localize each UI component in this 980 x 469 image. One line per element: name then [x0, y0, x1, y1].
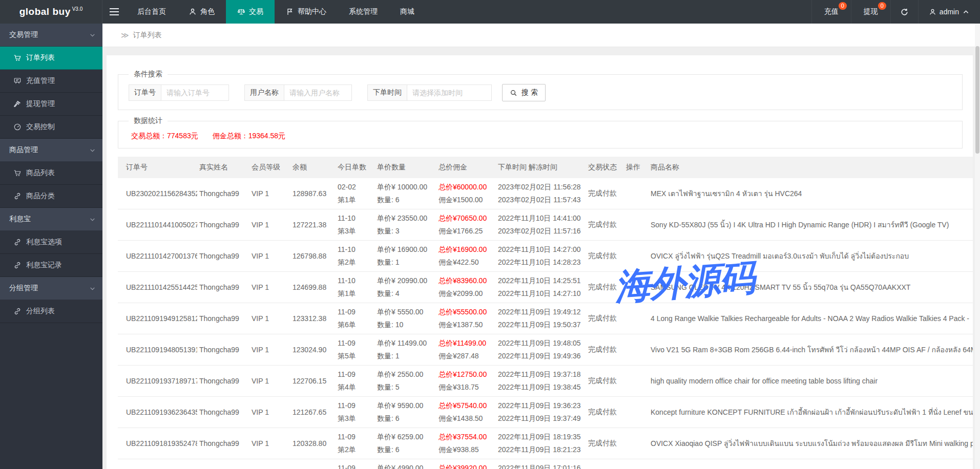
- cell-unit-price-qty: 单价¥ 5550.00 数量: 10: [375, 303, 436, 334]
- cell-order-no: UB2211091936236435: [118, 397, 197, 428]
- order-time-field-label: 下单时间: [367, 84, 407, 101]
- nav-item-help-center[interactable]: 帮助中心: [275, 0, 338, 24]
- link-icon: [13, 261, 22, 269]
- withdraw-badge: 0: [878, 2, 886, 10]
- search-panel: 条件搜索 订单号 用户名称 下单时间 搜 索: [118, 70, 963, 110]
- nav-item-trade[interactable]: 交易: [226, 0, 275, 24]
- hamburger-menu-icon[interactable]: [102, 0, 126, 24]
- nav-item-mall[interactable]: 商城: [389, 0, 426, 24]
- unfreeze-time: 2022年11月09日 19:50:37: [498, 318, 584, 331]
- sidebar-item-interest-records[interactable]: 利息宝记录: [0, 254, 102, 277]
- main-content: ≫ 订单列表 条件搜索 订单号 用户名称 下单时间: [102, 24, 980, 469]
- total-price: 总价¥55500.00: [439, 306, 494, 318]
- cell-product-name: OVICX Xiaoqiao QISP ลู่วิ่งไฟฟ้าแบบเดินแ…: [649, 428, 973, 459]
- col-product-name: 商品名称: [649, 157, 973, 178]
- order-no-input[interactable]: [161, 84, 229, 101]
- nav-item-roles[interactable]: 角色: [177, 0, 226, 24]
- sidebar-item-withdraw-management[interactable]: 提现管理: [0, 93, 102, 116]
- cell-action: [624, 209, 649, 241]
- col-real-name: 真实姓名: [197, 157, 249, 178]
- order-day: 11-09: [338, 337, 373, 350]
- cell-real-name: Thongcha99: [197, 459, 249, 469]
- sidebar-group-product-management[interactable]: 商品管理: [0, 139, 102, 162]
- table-row: UB2211091936236435 Thongcha99 VIP 1 1212…: [118, 397, 973, 428]
- cell-status: 完成付款: [586, 272, 624, 303]
- nav-item-system[interactable]: 系统管理: [338, 0, 389, 24]
- quantity: 数量: 1: [377, 350, 434, 363]
- cell-real-name: Thongcha99: [197, 303, 249, 334]
- sidebar-group-interest-treasure[interactable]: 利息宝: [0, 208, 102, 231]
- cell-total-commission: 总价¥83960.00 佣金¥2099.00: [436, 272, 496, 303]
- col-unit-price-qty: 单价数量: [375, 157, 436, 178]
- cell-action: [624, 334, 649, 366]
- stats-row: 交易总额：774583元 佣金总额：19364.58元: [118, 125, 962, 148]
- withdraw-button[interactable]: 提现 0: [851, 0, 890, 24]
- chevron-down-icon: [89, 216, 96, 223]
- sidebar-group-grouping-management[interactable]: 分组管理: [0, 277, 102, 300]
- sidebar-item-recharge-management[interactable]: 充值管理: [0, 70, 102, 93]
- top-nav: 后台首页 角色 交易 帮助中心 系统管理 商城: [126, 0, 426, 24]
- gavel-icon: [13, 100, 22, 108]
- unfreeze-time: 2022年11月09日 19:38:45: [498, 381, 584, 394]
- col-total-commission: 总价佣金: [436, 157, 496, 178]
- order-seq: 第6单: [338, 318, 373, 331]
- username: admin: [940, 8, 959, 16]
- cell-action: [624, 272, 649, 303]
- cell-vip-level: VIP 1: [249, 209, 290, 241]
- sidebar-item-order-list[interactable]: 订单列表: [0, 47, 102, 70]
- cell-balance: 120328.80: [290, 428, 336, 459]
- cell-vip-level: VIP 1: [249, 178, 290, 209]
- user-menu[interactable]: admin: [918, 0, 980, 24]
- orders-table-body: UB2302021156284352 Thongcha99 VIP 1 1289…: [118, 178, 973, 469]
- cell-balance: 127221.38: [290, 209, 336, 241]
- cell-vip-level: VIP 1: [249, 366, 290, 397]
- col-order-no: 订单号: [118, 157, 197, 178]
- refresh-icon[interactable]: [890, 0, 918, 24]
- order-day: 11-09: [338, 431, 373, 443]
- order-day: 11-09: [338, 306, 373, 318]
- table-row: UB2211101441005027 Thongcha99 VIP 1 1272…: [118, 209, 973, 241]
- top-bar: global buy V3.0 后台首页 角色 交易 帮助中心 系统管理 商城 …: [0, 0, 980, 24]
- cell-balance: 126798.88: [290, 241, 336, 272]
- cell-unit-price-qty: 单价¥ 23550.00 数量: 3: [375, 209, 436, 241]
- cell-product-name: 4 Long Range Walkie Talkies Rechargeable…: [649, 303, 973, 334]
- search-button-label: 搜 索: [522, 88, 538, 97]
- sidebar-group-label: 分组管理: [9, 284, 38, 293]
- cell-action: [624, 459, 649, 469]
- nav-item-dashboard[interactable]: 后台首页: [126, 0, 177, 24]
- table-row: UB2211091937189717 Thongcha99 VIP 1 1227…: [118, 366, 973, 397]
- sidebar-item-label: 提现管理: [26, 99, 55, 109]
- orders-table: 订单号 真实姓名 会员等级 余额 今日单数 单价数量 总价佣金 下单时间 解冻时…: [118, 157, 973, 469]
- cell-status: 完成付款: [586, 303, 624, 334]
- top-right-actions: 充值 0 提现 0 admin: [811, 0, 980, 24]
- cell-total-commission: 总价¥39920.00 佣金¥998.00: [436, 459, 496, 469]
- table-header-row: 订单号 真实姓名 会员等级 余额 今日单数 单价数量 总价佣金 下单时间 解冻时…: [118, 157, 973, 178]
- sidebar-item-product-list[interactable]: 商品列表: [0, 162, 102, 185]
- order-time-input[interactable]: [407, 84, 492, 101]
- unit-price: 单价¥ 11499.00: [377, 337, 434, 350]
- link-icon: [13, 192, 22, 200]
- cell-product-name: MEX เตาไฟฟ้าฐานเซรามิก 4 หัวเตา รุ่น HVC…: [649, 178, 973, 209]
- sidebar-group-trade-management[interactable]: 交易管理: [0, 24, 102, 47]
- sidebar-item-label: 利息宝记录: [26, 261, 62, 270]
- username-input[interactable]: [284, 84, 352, 101]
- vertical-scrollbar-thumb[interactable]: [975, 46, 979, 154]
- sidebar-item-group-list[interactable]: 分组列表: [0, 300, 102, 323]
- search-button[interactable]: 搜 索: [502, 84, 546, 101]
- user-icon: [929, 8, 936, 16]
- cell-real-name: Thongcha99: [197, 241, 249, 272]
- sidebar-item-product-category[interactable]: 商品分类: [0, 185, 102, 208]
- cell-unit-price-qty: 单价¥ 4990.00 数量: 8: [375, 459, 436, 469]
- sidebar-group-label: 利息宝: [9, 215, 31, 224]
- withdraw-label: 提现: [864, 7, 878, 16]
- scales-icon: [237, 8, 245, 16]
- cell-order-no: UB2211091949125812: [118, 303, 197, 334]
- cell-times: 2022年11月09日 18:19:35 2022年11月09日 18:21:2…: [496, 428, 586, 459]
- sidebar-item-trade-control[interactable]: 交易控制: [0, 116, 102, 139]
- sidebar-item-interest-options[interactable]: 利息宝选项: [0, 231, 102, 254]
- app-logo: global buy V3.0: [0, 0, 102, 24]
- app-title: global buy: [19, 6, 71, 17]
- nav-label: 交易: [249, 7, 263, 16]
- username-field-group: 用户名称: [244, 84, 352, 101]
- recharge-button[interactable]: 充值 0: [811, 0, 851, 24]
